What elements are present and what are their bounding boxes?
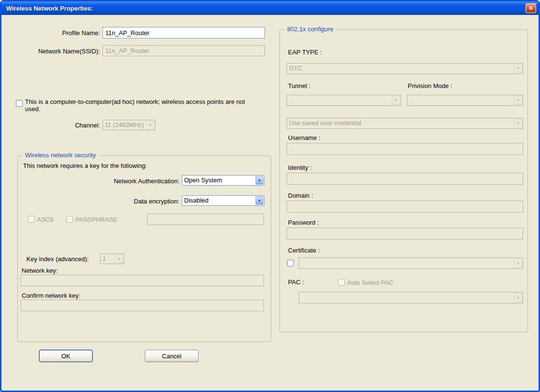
window-title: Wireless Network Properties: — [6, 5, 93, 12]
chevron-down-icon[interactable]: ▼ — [255, 196, 264, 205]
chevron-down-icon: ▼ — [115, 254, 123, 263]
ieee8021x-group-title: 802.1x configure — [285, 25, 336, 33]
certificate-label: Certificate : — [288, 247, 320, 254]
cancel-button[interactable]: Cancel — [145, 350, 199, 362]
privision-mode-label: Privision Mode : — [408, 82, 452, 89]
certificate-checkbox[interactable] — [287, 260, 294, 266]
channel-label: Channel: — [52, 122, 100, 129]
eap-type-combo: GTC ▼ — [287, 63, 523, 74]
data-encryption-combo[interactable]: Disabled ▼ — [182, 195, 264, 206]
chevron-down-icon: ▼ — [514, 96, 522, 105]
security-intro-text: This network requires a key for the foll… — [23, 162, 147, 169]
passphrase-label: PASSPHRASE — [75, 216, 117, 223]
eap-type-value: GTC — [287, 63, 514, 74]
network-authentication-combo[interactable]: Open System ▼ — [182, 175, 264, 186]
adhoc-checkbox[interactable] — [16, 100, 23, 107]
passphrase-input — [147, 214, 264, 225]
pac-combo: ▼ — [299, 292, 523, 303]
credential-combo: Use saved user credential ▼ — [287, 118, 523, 129]
key-index-combo: 1 ▼ — [100, 253, 124, 264]
chevron-down-icon: ▼ — [392, 96, 400, 105]
channel-value: 11 (2462MHz) — [103, 120, 146, 130]
chevron-down-icon: ▼ — [514, 119, 522, 128]
ascii-checkbox — [28, 216, 35, 223]
tunnel-label: Tunnel : — [288, 82, 311, 89]
data-encryption-label: Data encryption: — [108, 198, 179, 205]
wireless-network-properties-dialog: Wireless Network Properties: ✕ Profile N… — [0, 0, 540, 392]
username-label: Username : — [288, 134, 320, 141]
ssid-input — [102, 45, 265, 56]
eap-type-label: EAP TYPE : — [288, 49, 322, 56]
chevron-down-icon: ▼ — [514, 64, 522, 73]
domain-input — [287, 201, 523, 213]
ascii-label: ASCII — [37, 216, 53, 223]
key-index-label: Key index (advanced): — [26, 255, 88, 263]
ssid-label: Network Name(SSID): — [13, 48, 100, 55]
username-input — [287, 143, 523, 155]
network-key-label: Network key: — [22, 267, 58, 274]
ok-button[interactable]: OK — [39, 350, 93, 362]
privision-mode-value — [407, 95, 514, 105]
profile-name-input[interactable] — [102, 27, 265, 38]
adhoc-label: This is a computer-to-computer(ad hoc) n… — [25, 98, 262, 113]
dialog-body: Profile Name: Network Name(SSID): This i… — [1, 15, 539, 391]
privision-mode-combo: ▼ — [407, 95, 523, 106]
certificate-value — [299, 258, 514, 268]
auto-select-pac-checkbox — [338, 279, 345, 286]
network-authentication-value: Open System — [182, 176, 255, 185]
chevron-down-icon: ▼ — [514, 293, 522, 303]
confirm-network-key-label: Confirm network key: — [22, 292, 80, 299]
tunnel-combo: ▼ — [287, 95, 401, 106]
pac-label: PAC : — [288, 278, 304, 286]
certificate-combo: ▼ — [299, 257, 523, 269]
close-icon[interactable]: ✕ — [526, 3, 536, 13]
auto-select-pac-label: Auto Select PAC — [347, 279, 393, 286]
identity-label: Identity : — [288, 164, 312, 171]
network-authentication-label: Network Authentication: — [84, 177, 179, 185]
chevron-down-icon: ▼ — [146, 121, 154, 129]
domain-label: Domain : — [288, 192, 313, 199]
passphrase-checkbox — [66, 216, 73, 223]
wireless-security-group-title: Wireless network security — [23, 152, 98, 159]
network-key-input — [21, 275, 264, 286]
password-label: Password : — [288, 219, 319, 226]
chevron-down-icon: ▼ — [514, 258, 522, 268]
data-encryption-value: Disabled — [182, 196, 255, 205]
tunnel-value — [287, 95, 391, 105]
key-index-value: 1 — [100, 254, 114, 264]
confirm-network-key-input — [21, 300, 264, 311]
pac-value — [299, 292, 514, 303]
profile-name-label: Profile Name: — [30, 29, 100, 37]
channel-combo: 11 (2462MHz) ▼ — [102, 120, 155, 130]
titlebar[interactable]: Wireless Network Properties: ✕ — [1, 1, 539, 15]
identity-input — [287, 173, 523, 185]
credential-value: Use saved user credential — [287, 118, 514, 128]
password-input — [287, 228, 523, 240]
chevron-down-icon[interactable]: ▼ — [255, 176, 264, 185]
